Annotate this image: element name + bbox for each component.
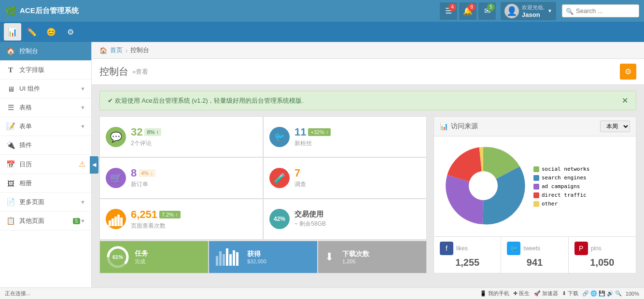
avatar: 👤	[504, 4, 519, 18]
sidebar-label-plugin: 插件	[19, 141, 85, 150]
table-arrow-icon: ▼	[80, 105, 85, 110]
edit-nav-btn[interactable]: ✏️	[23, 23, 41, 41]
sidebar-item-ui[interactable]: 🖥 UI 组件 ▼	[0, 80, 91, 98]
traffic-bar-icon: 📊	[440, 122, 448, 130]
social-pinterest: P pins 1,050	[569, 237, 636, 273]
sidebar-label-typography: 文字排版	[19, 66, 85, 74]
sidebar-item-gallery[interactable]: 🖼 相册	[0, 174, 91, 193]
status-download: ⬇ 下载	[562, 290, 578, 297]
status-zoom: 100%	[626, 291, 639, 297]
status-icons: 🔗 🌐 💾 🔊 🔍	[582, 290, 622, 297]
transaction-label: ~ 剩余58GB	[294, 220, 420, 228]
tw-icon: 🐦	[507, 242, 520, 255]
social-facebook: f likes 1,255	[434, 237, 501, 273]
list-badge: 4	[448, 3, 456, 11]
fb-label: likes	[456, 245, 468, 252]
list-button[interactable]: ☰4	[440, 2, 457, 20]
downloads-title: 下载次数	[342, 250, 369, 258]
transaction-body: 交易使用 ~ 剩余58GB	[294, 210, 420, 228]
sidebar-item-table[interactable]: ☰ 表格 ▼	[0, 98, 91, 117]
ui-icon: 🖥	[6, 85, 15, 93]
traffic-card: 📊 访问来源 本周 本月 本年	[434, 116, 636, 273]
sidebar-item-typography[interactable]: T 文字排版	[0, 61, 91, 80]
typography-icon: T	[6, 66, 15, 74]
calendar-badge: ⚠	[79, 160, 85, 169]
dashboard-icon: 🏠	[6, 47, 15, 55]
sidebar-item-calendar[interactable]: 📅 日历 ⚠	[0, 155, 91, 174]
top-nav: 🌿 ACE后台管理系统 ☰4 🔔8 ✉5 👤 欢迎光临, Jason ▼ 🔍	[0, 0, 644, 22]
chart-nav-btn[interactable]: 📊	[4, 23, 21, 41]
sidebar-item-other[interactable]: 📋 其他页面 5 ▼	[0, 212, 91, 231]
orders-badge: 4% ↓	[139, 169, 155, 177]
sidebar-toggle[interactable]: ◀	[90, 156, 98, 174]
smiley-nav-btn[interactable]: 😊	[42, 23, 60, 41]
sidebar-item-form[interactable]: 📝 表单 ▼	[0, 117, 91, 136]
sidebar-label-table: 表格	[19, 103, 80, 112]
survey-icon: 🧪	[269, 168, 290, 188]
search-input[interactable]	[562, 4, 639, 17]
user-greeting: 欢迎光临,	[522, 4, 545, 11]
social-stats: f likes 1,255 🐦 tweets 941	[434, 236, 636, 273]
logo-icon: 🌿	[5, 5, 17, 17]
bell-button[interactable]: 🔔8	[459, 2, 476, 20]
bs-earned: 获得 $32,000	[209, 241, 317, 273]
tasks-info: 任务 完成	[135, 249, 148, 265]
legend-dot-social	[533, 166, 539, 172]
traffic-period-select[interactable]: 本周 本月 本年	[600, 121, 630, 132]
bar-3	[223, 254, 225, 266]
svg-rect-2	[114, 217, 117, 226]
status-doctor: ✚ 医生	[513, 290, 530, 297]
status-boost: 🚀 加速器	[534, 290, 558, 297]
page-header: 控制台 »查看 ⚙	[92, 59, 644, 85]
user-name: Jason	[522, 11, 545, 18]
sidebar-item-plugin[interactable]: 🔌 插件	[0, 136, 91, 155]
calendar-icon: 📅	[6, 160, 15, 169]
sidebar-item-more[interactable]: 📄 更多页面 ▼	[0, 193, 91, 212]
table-icon: ☰	[6, 103, 15, 112]
stat-pageviews: 6,251 7.2% ↑ 页面查看次数	[100, 199, 263, 239]
pageviews-label: 页面查看次数	[131, 222, 257, 230]
content-area: 💬 32 8% ↑ 2个评论 🐦	[92, 116, 644, 281]
page-settings-button[interactable]: ⚙	[620, 64, 636, 80]
sidebar-item-dashboard[interactable]: 🏠 控制台	[0, 42, 91, 61]
bar-7	[236, 252, 238, 266]
settings-nav-btn[interactable]: ⚙	[62, 23, 79, 41]
app-logo: 🌿 ACE后台管理系统	[5, 5, 440, 17]
stat-comments: 💬 32 8% ↑ 2个评论	[100, 117, 263, 157]
user-dropdown-icon: ▼	[547, 8, 552, 14]
status-bar: 正在连接... 📱 我的手机 ✚ 医生 🚀 加速器 ⬇ 下载 🔗 🌐 💾 🔊 🔍…	[0, 287, 644, 299]
survey-number: 7	[294, 167, 300, 179]
followers-badge: +32% ↑	[308, 128, 331, 136]
user-area[interactable]: 👤 欢迎光临, Jason ▼	[501, 2, 556, 20]
traffic-body: social networks search engines ad campai…	[434, 136, 636, 236]
earned-sub: $32,000	[247, 258, 266, 264]
orders-label: 新订单	[131, 180, 257, 189]
sidebar-label-other: 其他页面	[19, 217, 71, 225]
form-arrow-icon: ▼	[80, 123, 85, 129]
alert-close-button[interactable]: ✕	[622, 96, 628, 105]
legend-dot-search	[533, 175, 539, 181]
orders-number: 8	[131, 167, 137, 179]
pt-top: P pins	[574, 242, 630, 255]
mail-button[interactable]: ✉5	[478, 2, 496, 20]
sidebar-label-form: 表单	[19, 122, 80, 131]
search-wrap: 🔍	[562, 4, 639, 17]
page-title: 控制台 »查看	[99, 65, 148, 78]
social-twitter: 🐦 tweets 941	[501, 237, 568, 273]
plugin-icon: 🔌	[6, 141, 15, 150]
main-content: 🏠 首页 › 控制台 控制台 »查看 ⚙ ✔ 欢迎使用 Ace后台管理系统 (v…	[92, 42, 644, 287]
stats-grid: 💬 32 8% ↑ 2个评论 🐦	[99, 116, 427, 240]
tw-label: tweets	[523, 245, 540, 252]
orders-body: 8 4% ↓ 新订单	[131, 167, 257, 189]
tw-number: 941	[507, 257, 562, 268]
sidebar-label-more: 更多页面	[19, 198, 80, 206]
svg-rect-4	[120, 217, 123, 226]
other-icon: 📋	[6, 217, 15, 225]
comments-label: 2个评论	[131, 139, 257, 148]
legend-label-direct: direct traffic	[542, 192, 587, 198]
legend-search: search engines	[533, 175, 589, 181]
sidebar: 🏠 控制台 T 文字排版 🖥 UI 组件 ▼ ☰ 表格 ▼ 📝 表单 ▼	[0, 42, 92, 287]
bar-1	[216, 256, 218, 266]
sidebar-wrapper: 🏠 控制台 T 文字排版 🖥 UI 组件 ▼ ☰ 表格 ▼ 📝 表单 ▼	[0, 42, 92, 287]
comments-body: 32 8% ↑ 2个评论	[131, 126, 257, 148]
